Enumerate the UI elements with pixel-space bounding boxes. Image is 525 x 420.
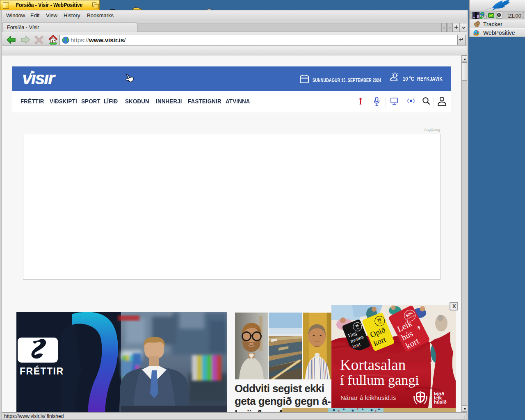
svg-text:húsið: húsið bbox=[434, 399, 447, 404]
svg-text:FRÉTTIR: FRÉTTIR bbox=[20, 365, 64, 377]
svg-text:í fullum gangi: í fullum gangi bbox=[340, 372, 419, 388]
svg-text:Kortasalan: Kortasalan bbox=[340, 356, 406, 373]
svg-text:Nánar á leikhusid.is: Nánar á leikhusid.is bbox=[340, 394, 396, 401]
